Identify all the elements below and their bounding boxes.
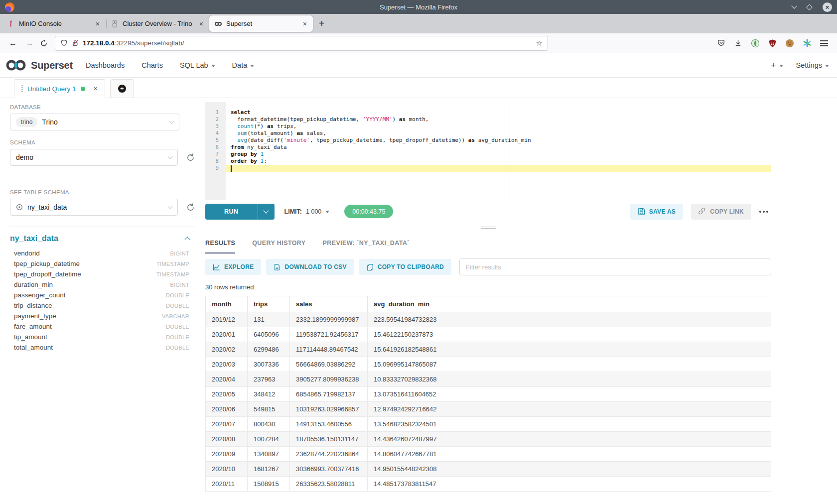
collapse-chevron-up-icon[interactable] [184, 237, 190, 242]
column-header[interactable]: month [206, 296, 248, 312]
link-icon [698, 208, 706, 215]
downloads-icon[interactable] [734, 39, 742, 47]
menu-hamburger-icon[interactable] [820, 40, 828, 46]
nav-item-dashboards[interactable]: Dashboards [86, 61, 125, 69]
sql-token: order by [231, 158, 257, 164]
explore-label: EXPLORE [224, 263, 254, 270]
schema-column-row: duration_minBIGINT [10, 279, 189, 290]
editor-line: format_datetime(tpep_pickup_datetime, 'Y… [231, 116, 771, 123]
new-query-tab-button[interactable]: + [110, 79, 134, 98]
table-row: 2020/053484126854865.71998213713.0735164… [206, 387, 771, 402]
sql-token: ; [264, 158, 267, 164]
window-minimize-icon[interactable] [791, 3, 797, 8]
insecure-lock-icon[interactable] [72, 39, 79, 47]
cell: 2020/10 [206, 462, 248, 477]
column-type: VARCHAR [162, 313, 189, 319]
column-header[interactable]: sales [290, 296, 368, 312]
line-number: 9 [205, 165, 219, 172]
pocket-icon[interactable] [717, 39, 725, 47]
table-row: 2020/03300733656664869.0388629215.096995… [206, 357, 771, 372]
explore-button[interactable]: EXPLORE [205, 259, 261, 275]
sql-token: (total_amount) [247, 130, 296, 136]
window-maximize-icon[interactable] [806, 4, 813, 10]
extension-green-icon[interactable] [751, 39, 760, 48]
url-bar[interactable]: 172.18.0.4:32295/superset/sqllab/ ☆ [55, 36, 548, 51]
download-csv-label: DOWNLOAD TO CSV [284, 263, 346, 270]
column-header[interactable]: trips [248, 296, 290, 312]
save-as-button[interactable]: SAVE AS [630, 204, 683, 220]
ublock-icon[interactable] [768, 39, 777, 48]
line-number: 5 [205, 137, 219, 144]
nav-item-sql-lab[interactable]: SQL Lab [180, 61, 215, 69]
sql-token [257, 158, 261, 164]
query-tab-untitled-query-1[interactable]: Untitled Query 1 × [14, 79, 105, 98]
bookmark-star-icon[interactable]: ☆ [536, 39, 543, 48]
new-tab-button[interactable]: + [313, 18, 331, 29]
run-dropdown-button[interactable] [258, 204, 275, 220]
limit-dropdown[interactable]: LIMIT: 1 000 [284, 208, 330, 215]
run-label: RUN [205, 204, 258, 220]
database-select[interactable]: trino Trino [10, 114, 179, 130]
refresh-schemas-icon[interactable] [186, 153, 195, 162]
query-tab-close-icon[interactable]: × [94, 85, 98, 93]
column-name: fare_amount [14, 323, 52, 330]
copy-link-button[interactable]: COPY LINK [691, 204, 751, 220]
tab-preview-table[interactable]: PREVIEW: `NY_TAXI_DATA` [323, 233, 410, 253]
cell: 2020/04 [206, 372, 248, 387]
limit-value: 1 000 [306, 208, 321, 215]
nav-item-charts[interactable]: Charts [141, 61, 163, 69]
nav-item-data[interactable]: Data [232, 61, 255, 69]
url-host: 172.18.0.4 [83, 39, 115, 47]
line-number: 1 [205, 109, 219, 116]
window-close-icon[interactable]: × [823, 2, 832, 12]
browser-tab-minio[interactable]: MinIO Console × [2, 15, 106, 32]
tab-close-icon[interactable]: × [94, 20, 102, 28]
tab-close-icon[interactable]: × [301, 20, 309, 28]
column-name: tip_amount [14, 333, 47, 341]
tab-title: MinIO Console [19, 20, 94, 27]
plus-circle-icon: + [118, 85, 126, 93]
window-title: Superset — Mozilla Firefox [0, 3, 837, 11]
cell: 1340897 [248, 447, 290, 462]
line-number: 4 [205, 130, 219, 137]
cell: 14913153.4600556 [290, 417, 368, 432]
pane-splitter-handle[interactable] [205, 223, 771, 233]
cell: 14.485173783811547 [368, 477, 771, 492]
settings-menu[interactable]: Settings [796, 61, 829, 69]
reload-icon[interactable] [40, 39, 48, 47]
browser-tab-trino[interactable]: Cluster Overview - Trino × [106, 15, 209, 32]
tab-close-icon[interactable]: × [197, 20, 205, 28]
cell: 12.974924292716642 [368, 402, 771, 417]
cell: 2020/03 [206, 357, 248, 372]
refresh-tables-icon[interactable] [186, 203, 195, 212]
table-select[interactable]: ny_taxi_data [10, 199, 178, 216]
cell: 2019/12 [206, 312, 248, 327]
column-name: payment_type [14, 312, 56, 320]
superset-brand[interactable]: Superset [5, 59, 73, 71]
cookie-icon[interactable] [785, 39, 794, 48]
drag-handle-icon[interactable] [21, 85, 23, 92]
column-header[interactable]: avg_duration_min [368, 296, 771, 312]
more-options-icon[interactable] [759, 211, 768, 213]
schema-select[interactable]: demo [10, 149, 178, 166]
editor-code: select format_datetime(tpep_pickup_datet… [226, 102, 771, 200]
run-button[interactable]: RUN [205, 204, 275, 220]
editor-gutter: 123456789 [205, 102, 226, 200]
copy-to-clipboard-button[interactable]: COPY TO CLIPBOARD [359, 259, 451, 275]
download-csv-button[interactable]: DOWNLOAD TO CSV [266, 259, 354, 275]
tab-results[interactable]: RESULTS [205, 233, 235, 253]
forward-icon[interactable]: → [23, 39, 37, 48]
add-new-button[interactable]: + [770, 60, 783, 71]
screen: Superset — Mozilla Firefox × MinIO Conso… [0, 0, 837, 504]
browser-tab-superset[interactable]: Superset × [209, 15, 313, 32]
shield-icon[interactable] [60, 39, 68, 47]
tab-query-history[interactable]: QUERY HISTORY [252, 233, 305, 253]
filter-results-input[interactable] [459, 258, 771, 275]
chevron-down-icon [825, 65, 829, 67]
extension-asterisk-icon[interactable] [803, 39, 812, 48]
table-schema-title[interactable]: ny_taxi_data [10, 234, 58, 243]
cell: 119538721.92456317 [290, 327, 368, 342]
cell: 549815 [248, 402, 290, 417]
sql-editor[interactable]: 123456789 select format_datetime(tpep_pi… [205, 102, 771, 200]
back-icon[interactable]: ← [6, 39, 20, 48]
